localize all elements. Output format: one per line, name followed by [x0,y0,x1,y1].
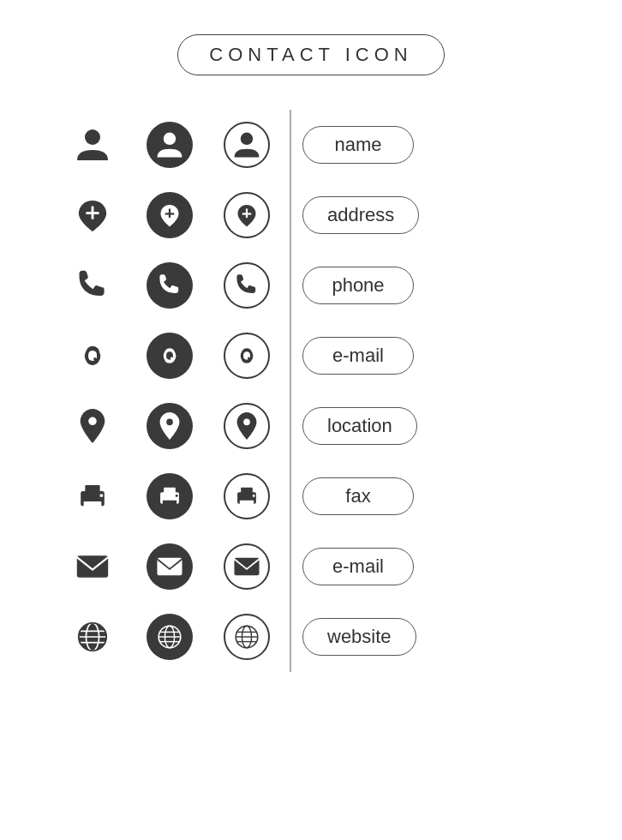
svg-rect-20 [164,488,176,494]
svg-rect-17 [84,501,102,509]
fax-label: fax [302,477,414,515]
svg-rect-18 [100,494,103,496]
fax-icon-plain [54,482,131,511]
row-fax: fax [54,461,551,531]
svg-rect-25 [240,501,254,507]
address-icon-dark [131,192,208,238]
phone-icon-dark [131,262,208,309]
website-icon-plain [54,621,131,653]
email2-label-col: e-mail [285,548,551,585]
name-label-col: name [285,126,551,164]
row-phone: phone [54,250,551,321]
svg-rect-8 [246,209,248,219]
name-icon-plain [54,128,131,162]
svg-rect-22 [176,495,178,497]
svg-rect-28 [157,558,182,575]
email2-icon-outline [208,543,285,590]
location-label: location [302,407,417,445]
location-icon-plain [54,409,131,443]
svg-rect-27 [77,555,108,577]
email2-icon-plain [54,554,131,579]
page-title: CONTACT ICON [177,34,444,75]
svg-rect-21 [163,501,176,507]
fax-icon-outline [208,473,285,519]
icon-grid: name [54,110,551,672]
row-email2: e-mail [54,531,551,602]
location-label-col: location [285,407,551,445]
email1-icon-dark [131,333,208,379]
website-label-col: website [285,618,551,656]
svg-point-12 [88,417,97,426]
email1-label-col: e-mail [285,337,551,375]
row-address: address [54,180,551,250]
email1-icon-plain [54,339,131,372]
address-icon-outline [208,192,285,238]
website-label: website [302,618,416,656]
fax-icon-dark [131,473,208,519]
email1-icon-outline [208,333,285,379]
phone-icon-plain [54,269,131,302]
website-icon-outline [208,614,285,660]
location-icon-dark [131,403,208,449]
name-label: name [302,126,414,164]
name-icon-dark [131,122,208,168]
svg-rect-16 [85,485,99,493]
name-icon-outline [208,122,285,168]
row-email1: e-mail [54,321,551,391]
email1-label: e-mail [302,337,414,375]
address-icon-plain [54,199,131,231]
phone-label-col: phone [285,267,551,304]
svg-rect-4 [92,207,94,219]
svg-point-13 [166,419,173,426]
address-label: address [302,196,419,234]
location-icon-outline [208,403,285,449]
svg-rect-24 [241,488,253,494]
svg-point-1 [164,133,176,145]
svg-rect-6 [169,209,170,219]
svg-point-14 [243,419,250,426]
email2-icon-dark [131,543,208,590]
row-website: website [54,602,551,672]
phone-icon-outline [208,262,285,309]
phone-label: phone [302,267,414,304]
row-location: location [54,391,551,461]
svg-point-2 [241,133,253,145]
website-icon-dark [131,614,208,660]
row-name: name [54,110,551,180]
address-label-col: address [285,196,551,234]
svg-point-0 [85,129,100,145]
svg-rect-26 [253,495,255,497]
fax-label-col: fax [285,477,551,515]
email2-label: e-mail [302,548,414,585]
svg-rect-29 [234,558,259,575]
